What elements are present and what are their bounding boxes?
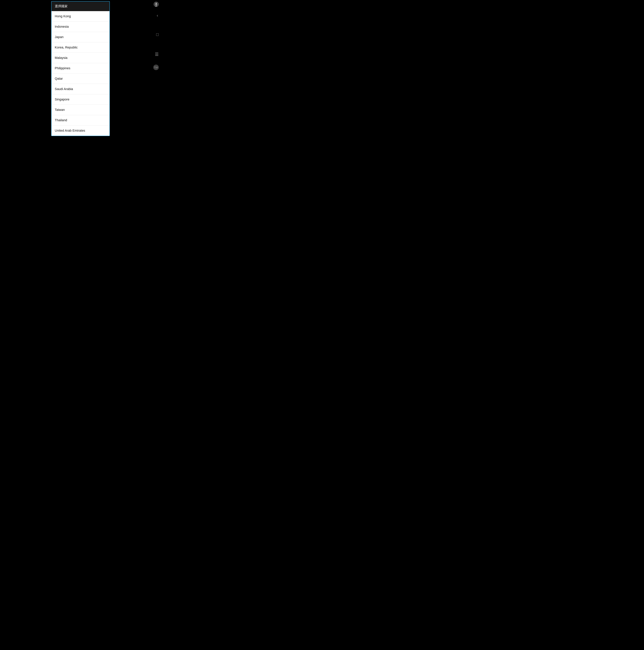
- gamepad-svg: [153, 65, 159, 70]
- country-item-qatar[interactable]: Qatar: [51, 73, 110, 84]
- accessibility-svg: [153, 1, 159, 7]
- square-button[interactable]: □: [156, 32, 159, 37]
- accessibility-icon[interactable]: [153, 1, 159, 8]
- svg-rect-13: [155, 68, 156, 68]
- dropdown-title: 選擇國家: [55, 4, 68, 8]
- country-item-taiwan[interactable]: Taiwan: [51, 105, 110, 115]
- svg-point-9: [157, 67, 157, 67]
- country-item-korea-republic[interactable]: Korea, Republic: [51, 42, 110, 53]
- country-item-philippines[interactable]: Philippines: [51, 63, 110, 73]
- svg-point-1: [156, 3, 157, 4]
- svg-rect-8: [155, 67, 155, 68]
- country-item-hong-kong[interactable]: Hong Kong: [51, 11, 110, 22]
- svg-point-11: [157, 68, 157, 68]
- menu-lines-icon: [155, 53, 158, 56]
- country-item-thailand[interactable]: Thailand: [51, 115, 110, 125]
- svg-point-12: [156, 67, 157, 68]
- back-button[interactable]: ‹: [157, 13, 158, 18]
- country-item-malaysia[interactable]: Malaysia: [51, 53, 110, 63]
- svg-rect-14: [156, 68, 157, 68]
- country-item-saudi-arabia[interactable]: Saudi Arabia: [51, 84, 110, 94]
- country-item-japan[interactable]: Japan: [51, 32, 110, 42]
- country-item-indonesia[interactable]: Indonesia: [51, 22, 110, 32]
- gamepad-icon[interactable]: [153, 65, 159, 71]
- dropdown-header: 選擇國家: [51, 1, 110, 11]
- country-item-singapore[interactable]: Singapore: [51, 94, 110, 105]
- svg-point-6: [153, 65, 159, 70]
- svg-point-10: [157, 67, 158, 68]
- country-dropdown: 選擇國家 Hong KongIndonesiaJapanKorea, Repub…: [51, 1, 110, 136]
- country-list: Hong KongIndonesiaJapanKorea, RepublicMa…: [51, 11, 110, 136]
- country-item-uae[interactable]: United Arab Emirates: [51, 125, 110, 136]
